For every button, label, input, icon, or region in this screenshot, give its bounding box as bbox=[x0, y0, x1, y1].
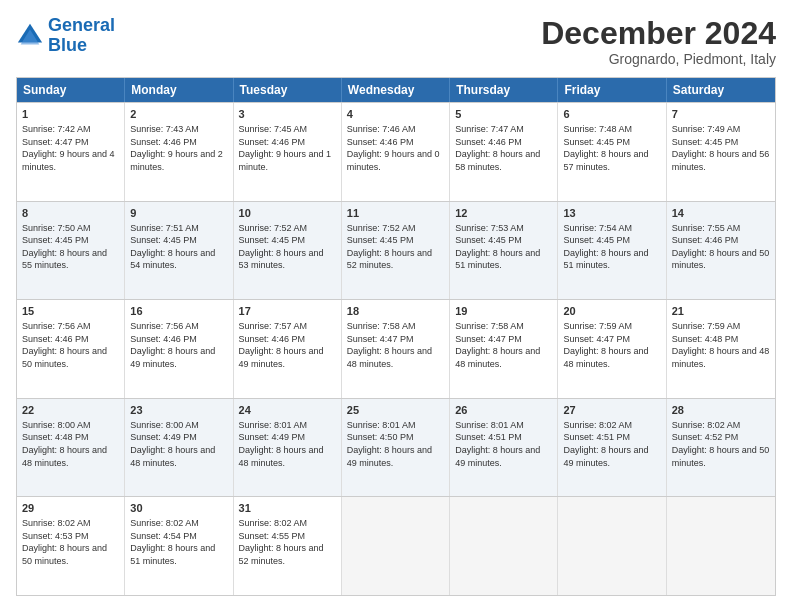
calendar-day-29: 29Sunrise: 8:02 AM Sunset: 4:53 PM Dayli… bbox=[17, 497, 125, 595]
day-info: Sunrise: 7:45 AM Sunset: 4:46 PM Dayligh… bbox=[239, 123, 336, 173]
day-number: 21 bbox=[672, 304, 770, 319]
page-header: General Blue December 2024 Grognardo, Pi… bbox=[16, 16, 776, 67]
logo-text: General Blue bbox=[48, 16, 115, 56]
calendar-day-11: 11Sunrise: 7:52 AM Sunset: 4:45 PM Dayli… bbox=[342, 202, 450, 300]
day-number: 1 bbox=[22, 107, 119, 122]
title-block: December 2024 Grognardo, Piedmont, Italy bbox=[541, 16, 776, 67]
day-number: 5 bbox=[455, 107, 552, 122]
day-info: Sunrise: 8:01 AM Sunset: 4:49 PM Dayligh… bbox=[239, 419, 336, 469]
header-day-monday: Monday bbox=[125, 78, 233, 102]
day-info: Sunrise: 8:02 AM Sunset: 4:53 PM Dayligh… bbox=[22, 517, 119, 567]
day-info: Sunrise: 7:53 AM Sunset: 4:45 PM Dayligh… bbox=[455, 222, 552, 272]
day-number: 9 bbox=[130, 206, 227, 221]
calendar-day-empty bbox=[667, 497, 775, 595]
day-number: 13 bbox=[563, 206, 660, 221]
calendar-week-3: 15Sunrise: 7:56 AM Sunset: 4:46 PM Dayli… bbox=[17, 299, 775, 398]
calendar-day-6: 6Sunrise: 7:48 AM Sunset: 4:45 PM Daylig… bbox=[558, 103, 666, 201]
day-number: 12 bbox=[455, 206, 552, 221]
calendar-page: General Blue December 2024 Grognardo, Pi… bbox=[0, 0, 792, 612]
calendar-day-empty bbox=[342, 497, 450, 595]
day-info: Sunrise: 7:43 AM Sunset: 4:46 PM Dayligh… bbox=[130, 123, 227, 173]
day-number: 23 bbox=[130, 403, 227, 418]
calendar-day-18: 18Sunrise: 7:58 AM Sunset: 4:47 PM Dayli… bbox=[342, 300, 450, 398]
day-number: 30 bbox=[130, 501, 227, 516]
day-info: Sunrise: 7:59 AM Sunset: 4:48 PM Dayligh… bbox=[672, 320, 770, 370]
day-info: Sunrise: 8:00 AM Sunset: 4:49 PM Dayligh… bbox=[130, 419, 227, 469]
day-info: Sunrise: 7:55 AM Sunset: 4:46 PM Dayligh… bbox=[672, 222, 770, 272]
header-day-saturday: Saturday bbox=[667, 78, 775, 102]
calendar-day-12: 12Sunrise: 7:53 AM Sunset: 4:45 PM Dayli… bbox=[450, 202, 558, 300]
calendar-day-10: 10Sunrise: 7:52 AM Sunset: 4:45 PM Dayli… bbox=[234, 202, 342, 300]
day-info: Sunrise: 7:51 AM Sunset: 4:45 PM Dayligh… bbox=[130, 222, 227, 272]
day-info: Sunrise: 7:58 AM Sunset: 4:47 PM Dayligh… bbox=[455, 320, 552, 370]
calendar-day-empty bbox=[558, 497, 666, 595]
header-day-wednesday: Wednesday bbox=[342, 78, 450, 102]
day-info: Sunrise: 7:42 AM Sunset: 4:47 PM Dayligh… bbox=[22, 123, 119, 173]
day-info: Sunrise: 7:52 AM Sunset: 4:45 PM Dayligh… bbox=[347, 222, 444, 272]
calendar-day-27: 27Sunrise: 8:02 AM Sunset: 4:51 PM Dayli… bbox=[558, 399, 666, 497]
calendar-day-3: 3Sunrise: 7:45 AM Sunset: 4:46 PM Daylig… bbox=[234, 103, 342, 201]
calendar-day-19: 19Sunrise: 7:58 AM Sunset: 4:47 PM Dayli… bbox=[450, 300, 558, 398]
calendar-day-22: 22Sunrise: 8:00 AM Sunset: 4:48 PM Dayli… bbox=[17, 399, 125, 497]
day-info: Sunrise: 8:02 AM Sunset: 4:55 PM Dayligh… bbox=[239, 517, 336, 567]
calendar-day-7: 7Sunrise: 7:49 AM Sunset: 4:45 PM Daylig… bbox=[667, 103, 775, 201]
day-number: 19 bbox=[455, 304, 552, 319]
calendar-grid: SundayMondayTuesdayWednesdayThursdayFrid… bbox=[16, 77, 776, 596]
day-number: 28 bbox=[672, 403, 770, 418]
day-number: 26 bbox=[455, 403, 552, 418]
calendar-day-25: 25Sunrise: 8:01 AM Sunset: 4:50 PM Dayli… bbox=[342, 399, 450, 497]
day-info: Sunrise: 8:01 AM Sunset: 4:50 PM Dayligh… bbox=[347, 419, 444, 469]
day-number: 7 bbox=[672, 107, 770, 122]
day-number: 25 bbox=[347, 403, 444, 418]
logo: General Blue bbox=[16, 16, 115, 56]
header-day-tuesday: Tuesday bbox=[234, 78, 342, 102]
calendar-day-30: 30Sunrise: 8:02 AM Sunset: 4:54 PM Dayli… bbox=[125, 497, 233, 595]
day-number: 16 bbox=[130, 304, 227, 319]
calendar-header: SundayMondayTuesdayWednesdayThursdayFrid… bbox=[17, 78, 775, 102]
location-subtitle: Grognardo, Piedmont, Italy bbox=[541, 51, 776, 67]
day-info: Sunrise: 7:52 AM Sunset: 4:45 PM Dayligh… bbox=[239, 222, 336, 272]
day-number: 3 bbox=[239, 107, 336, 122]
day-number: 2 bbox=[130, 107, 227, 122]
day-info: Sunrise: 7:57 AM Sunset: 4:46 PM Dayligh… bbox=[239, 320, 336, 370]
day-info: Sunrise: 8:02 AM Sunset: 4:52 PM Dayligh… bbox=[672, 419, 770, 469]
calendar-day-16: 16Sunrise: 7:56 AM Sunset: 4:46 PM Dayli… bbox=[125, 300, 233, 398]
calendar-day-4: 4Sunrise: 7:46 AM Sunset: 4:46 PM Daylig… bbox=[342, 103, 450, 201]
calendar-body: 1Sunrise: 7:42 AM Sunset: 4:47 PM Daylig… bbox=[17, 102, 775, 595]
calendar-day-14: 14Sunrise: 7:55 AM Sunset: 4:46 PM Dayli… bbox=[667, 202, 775, 300]
day-number: 6 bbox=[563, 107, 660, 122]
day-info: Sunrise: 7:48 AM Sunset: 4:45 PM Dayligh… bbox=[563, 123, 660, 173]
day-info: Sunrise: 7:50 AM Sunset: 4:45 PM Dayligh… bbox=[22, 222, 119, 272]
calendar-week-2: 8Sunrise: 7:50 AM Sunset: 4:45 PM Daylig… bbox=[17, 201, 775, 300]
day-number: 20 bbox=[563, 304, 660, 319]
logo-icon bbox=[16, 22, 44, 50]
day-number: 29 bbox=[22, 501, 119, 516]
calendar-day-17: 17Sunrise: 7:57 AM Sunset: 4:46 PM Dayli… bbox=[234, 300, 342, 398]
day-number: 27 bbox=[563, 403, 660, 418]
calendar-day-31: 31Sunrise: 8:02 AM Sunset: 4:55 PM Dayli… bbox=[234, 497, 342, 595]
calendar-day-9: 9Sunrise: 7:51 AM Sunset: 4:45 PM Daylig… bbox=[125, 202, 233, 300]
day-number: 11 bbox=[347, 206, 444, 221]
day-info: Sunrise: 7:56 AM Sunset: 4:46 PM Dayligh… bbox=[22, 320, 119, 370]
calendar-day-1: 1Sunrise: 7:42 AM Sunset: 4:47 PM Daylig… bbox=[17, 103, 125, 201]
day-info: Sunrise: 7:59 AM Sunset: 4:47 PM Dayligh… bbox=[563, 320, 660, 370]
day-number: 22 bbox=[22, 403, 119, 418]
calendar-week-5: 29Sunrise: 8:02 AM Sunset: 4:53 PM Dayli… bbox=[17, 496, 775, 595]
day-info: Sunrise: 8:02 AM Sunset: 4:54 PM Dayligh… bbox=[130, 517, 227, 567]
day-info: Sunrise: 8:01 AM Sunset: 4:51 PM Dayligh… bbox=[455, 419, 552, 469]
calendar-day-15: 15Sunrise: 7:56 AM Sunset: 4:46 PM Dayli… bbox=[17, 300, 125, 398]
calendar-day-empty bbox=[450, 497, 558, 595]
day-info: Sunrise: 7:46 AM Sunset: 4:46 PM Dayligh… bbox=[347, 123, 444, 173]
day-info: Sunrise: 7:56 AM Sunset: 4:46 PM Dayligh… bbox=[130, 320, 227, 370]
day-info: Sunrise: 7:58 AM Sunset: 4:47 PM Dayligh… bbox=[347, 320, 444, 370]
calendar-day-2: 2Sunrise: 7:43 AM Sunset: 4:46 PM Daylig… bbox=[125, 103, 233, 201]
day-number: 15 bbox=[22, 304, 119, 319]
header-day-friday: Friday bbox=[558, 78, 666, 102]
calendar-week-1: 1Sunrise: 7:42 AM Sunset: 4:47 PM Daylig… bbox=[17, 102, 775, 201]
calendar-day-21: 21Sunrise: 7:59 AM Sunset: 4:48 PM Dayli… bbox=[667, 300, 775, 398]
calendar-day-13: 13Sunrise: 7:54 AM Sunset: 4:45 PM Dayli… bbox=[558, 202, 666, 300]
day-number: 24 bbox=[239, 403, 336, 418]
day-number: 14 bbox=[672, 206, 770, 221]
calendar-day-23: 23Sunrise: 8:00 AM Sunset: 4:49 PM Dayli… bbox=[125, 399, 233, 497]
calendar-day-26: 26Sunrise: 8:01 AM Sunset: 4:51 PM Dayli… bbox=[450, 399, 558, 497]
